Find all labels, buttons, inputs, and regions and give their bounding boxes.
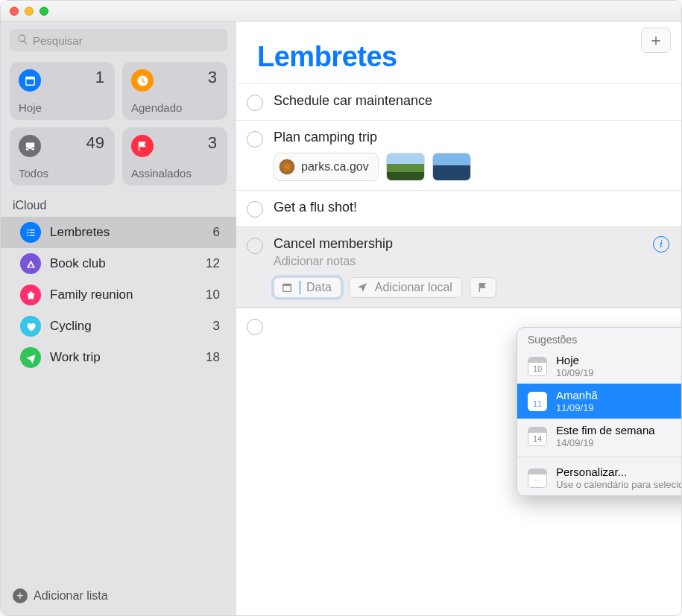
smart-scheduled-count: 3 xyxy=(208,68,217,87)
list-cycling[interactable]: Cycling 3 xyxy=(10,311,227,342)
plane-icon xyxy=(20,347,41,368)
add-list-label: Adicionar lista xyxy=(34,589,108,603)
svg-rect-5 xyxy=(29,235,34,235)
list-icon xyxy=(20,222,41,243)
list-count: 12 xyxy=(206,256,220,271)
svg-point-2 xyxy=(27,232,28,233)
svg-point-4 xyxy=(27,235,28,236)
tray-icon xyxy=(19,135,41,157)
search-placeholder: Pesquisar xyxy=(33,34,83,47)
suggestion-fim-de-semana[interactable]: 14 Este fim de semana 14/09/19 xyxy=(517,419,682,454)
complete-toggle[interactable] xyxy=(247,238,263,254)
smart-flagged[interactable]: 3 Assinalados xyxy=(122,127,227,185)
suggestion-personalizar[interactable]: ⋯ Personalizar... Use o calendário para … xyxy=(517,460,682,495)
suggestion-subtitle: 10/09/19 xyxy=(556,367,594,378)
calendar-icon: 11 xyxy=(528,392,547,411)
lists: Lembretes 6 Book club 12 Family reunion … xyxy=(10,217,227,373)
smart-all[interactable]: 49 Todos xyxy=(10,127,115,185)
flag-pill[interactable] xyxy=(470,277,496,298)
titlebar xyxy=(1,1,681,22)
suggestion-title: Este fim de semana xyxy=(556,424,655,437)
reminder-row[interactable]: Plan camping trip parks.ca.gov xyxy=(236,120,681,190)
add-reminder-button[interactable]: ＋ xyxy=(641,28,671,53)
suggestion-title: Amanhã xyxy=(556,389,598,402)
list-name: Book club xyxy=(50,256,197,271)
reminder-title: Get a flu shot! xyxy=(274,200,666,215)
smart-scheduled-label: Agendado xyxy=(131,101,182,114)
suggestion-subtitle: 11/09/19 xyxy=(556,402,598,413)
calendar-icon xyxy=(19,69,41,92)
image-attachment[interactable] xyxy=(432,153,471,181)
smart-today[interactable]: 1 Hoje xyxy=(10,62,115,120)
smart-all-label: Todos xyxy=(19,167,48,180)
main-panel: ＋ Lembretes Schedule car maintenance Pla… xyxy=(236,22,681,615)
smart-flagged-label: Assinalados xyxy=(131,167,192,180)
reminder-row[interactable]: Get a flu shot! xyxy=(236,190,681,226)
smart-all-count: 49 xyxy=(86,133,104,153)
smart-scheduled[interactable]: 3 Agendado xyxy=(122,62,227,120)
suggestion-amanha[interactable]: 11 Amanhã 11/09/19 xyxy=(517,384,682,419)
reminder-title: Plan camping trip xyxy=(274,130,666,145)
tent-icon xyxy=(20,253,41,274)
list-count: 18 xyxy=(206,350,220,365)
notes-input[interactable]: Adicionar notas xyxy=(274,255,666,268)
list-name: Lembretes xyxy=(50,225,204,240)
text-caret xyxy=(300,281,300,294)
flag-icon xyxy=(131,135,154,157)
suggestion-title: Personalizar... xyxy=(556,466,682,479)
list-count: 6 xyxy=(213,225,220,240)
svg-rect-1 xyxy=(29,229,34,230)
complete-toggle[interactable] xyxy=(247,95,263,111)
date-placeholder: Data xyxy=(306,281,332,294)
image-attachment[interactable] xyxy=(386,153,425,181)
sidebar: Pesquisar 1 Hoje 3 Agendado xyxy=(1,22,236,615)
window-controls xyxy=(10,7,48,16)
heart-icon xyxy=(20,316,41,337)
clock-icon xyxy=(131,69,154,92)
location-placeholder: Adicionar local xyxy=(375,281,452,294)
popup-header: Sugestões xyxy=(517,328,682,349)
date-suggestions-popup: Sugestões 10 Hoje 10/09/19 11 Amanhã 11/… xyxy=(517,327,682,496)
reminder-row[interactable]: Schedule car maintenance xyxy=(236,83,681,120)
account-label: iCloud xyxy=(10,199,227,212)
complete-toggle[interactable] xyxy=(247,319,263,335)
suggestion-title: Hoje xyxy=(556,354,594,367)
favicon-icon xyxy=(279,159,295,175)
close-window-button[interactable] xyxy=(10,7,19,16)
smart-today-label: Hoje xyxy=(19,101,42,114)
suggestion-hoje[interactable]: 10 Hoje 10/09/19 xyxy=(517,349,682,384)
smart-today-count: 1 xyxy=(95,68,104,87)
date-pill[interactable]: Data xyxy=(274,277,341,298)
list-book-club[interactable]: Book club 12 xyxy=(10,248,227,279)
list-lembretes[interactable]: Lembretes 6 xyxy=(1,217,236,248)
suggestion-subtitle: 14/09/19 xyxy=(556,437,655,448)
svg-point-0 xyxy=(27,229,28,230)
calendar-icon: ⋯ xyxy=(528,469,547,488)
list-name: Work trip xyxy=(50,350,197,365)
calendar-icon xyxy=(280,281,294,294)
list-count: 3 xyxy=(213,319,220,334)
list-family-reunion[interactable]: Family reunion 10 xyxy=(10,279,227,311)
info-button[interactable]: i xyxy=(653,236,669,253)
search-icon xyxy=(17,34,28,47)
list-name: Cycling xyxy=(50,319,204,334)
reminder-title: Schedule car maintenance xyxy=(274,93,666,109)
calendar-icon: 14 xyxy=(528,427,547,446)
suggestion-subtitle: Use o calendário para selecionar uma dat… xyxy=(556,479,682,490)
reminder-title[interactable]: Cancel membership xyxy=(274,236,666,252)
location-pill[interactable]: Adicionar local xyxy=(349,277,462,298)
minimize-window-button[interactable] xyxy=(25,7,34,16)
add-list-button[interactable]: + Adicionar lista xyxy=(10,584,227,608)
complete-toggle[interactable] xyxy=(247,131,263,147)
zoom-window-button[interactable] xyxy=(40,7,48,16)
complete-toggle[interactable] xyxy=(247,201,263,217)
search-input[interactable]: Pesquisar xyxy=(10,29,227,51)
link-attachment[interactable]: parks.ca.gov xyxy=(274,153,379,181)
app-window: Pesquisar 1 Hoje 3 Agendado xyxy=(0,0,682,616)
link-label: parks.ca.gov xyxy=(301,160,369,174)
list-work-trip[interactable]: Work trip 18 xyxy=(10,342,227,373)
plus-icon: + xyxy=(13,588,28,603)
flag-icon xyxy=(476,281,490,294)
reminder-row-editing[interactable]: Cancel membership Adicionar notas Data xyxy=(236,226,681,308)
home-icon xyxy=(20,285,41,305)
